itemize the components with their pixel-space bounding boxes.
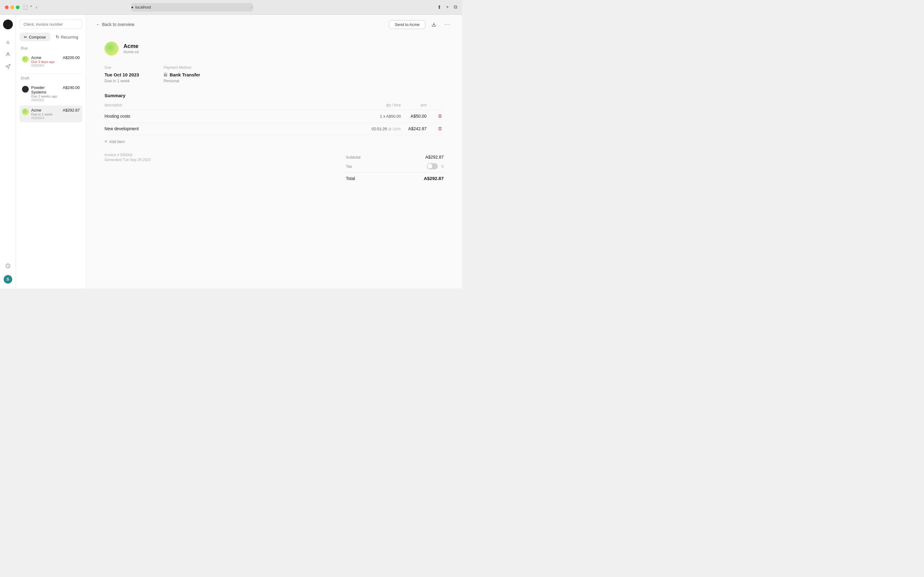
download-button[interactable] (429, 19, 439, 29)
subtotal-label: Subtotal (346, 155, 361, 160)
more-options-button[interactable]: ··· (443, 19, 452, 29)
invoice-amount: A$292.87 (63, 108, 80, 113)
address-text: localhost (135, 5, 151, 10)
back-arrow-icon: ← (96, 22, 100, 27)
due-block: Due Tue Oct 10 2023 Due in 1 week (105, 65, 139, 83)
col-amt-header: amt (406, 103, 436, 107)
subtotal-value: A$292.87 (425, 155, 444, 160)
sidebar: ✏ Compose ↻ Recurring Due Acme Due 3 day… (16, 15, 86, 288)
svg-marker-1 (6, 64, 10, 69)
summary-section: Summary description qty / time amt Hosti… (105, 93, 444, 148)
invoice-client-name: Acme (31, 55, 60, 60)
address-bar[interactable]: ● localhost ··· (131, 3, 253, 11)
avatar (22, 56, 29, 63)
totals-section: Subtotal A$292.87 Tax 0 Total (346, 153, 444, 183)
invoice-info: Acme Due 3 days ago #000004 (31, 55, 60, 67)
compose-icon: ✏ (24, 35, 27, 39)
favicon: ● (131, 5, 134, 10)
list-item[interactable]: Acme Due in 1 week #000004 A$292.87 (19, 105, 82, 122)
add-icon: + (105, 139, 107, 144)
recurring-icon: ↻ (56, 34, 60, 40)
tax-toggle-knob (427, 164, 432, 169)
item-amount: A$242.87 (406, 126, 436, 131)
browser-back-button[interactable]: ‹ (36, 5, 37, 10)
delete-item-button[interactable] (436, 114, 444, 118)
due-date: Tue Oct 10 2023 (105, 72, 139, 77)
main-content: ← Back to overview Send to Acme ··· (86, 15, 462, 288)
minimize-button[interactable] (10, 5, 14, 9)
invoice-client-name: Powder Systems (31, 85, 60, 94)
payment-personal: Personal (163, 79, 200, 83)
avatar (22, 108, 29, 115)
add-item-button[interactable]: + Add item (105, 135, 444, 148)
client-header: Acme Acme.co (105, 42, 444, 56)
tax-right: 0 (427, 163, 444, 169)
total-value: A$292.87 (424, 176, 444, 181)
sidebar-tabs: ✏ Compose ↻ Recurring (19, 33, 82, 41)
icon-bar: ⌂ S (0, 15, 16, 288)
invoice-client-name: Acme (31, 108, 60, 113)
client-name: Acme (124, 43, 139, 50)
subtotal-row: Subtotal A$292.87 (346, 153, 444, 161)
info-row: Due Tue Oct 10 2023 Due in 1 week Paymen… (105, 65, 444, 83)
list-item[interactable]: Acme Due 3 days ago #000004 A$200.00 (19, 53, 82, 70)
invoice-footer-row: Invoice # 000004 Generated Tue Sep 26 20… (105, 153, 444, 183)
summary-header: description qty / time amt (105, 103, 444, 110)
delete-item-button[interactable] (436, 127, 444, 131)
tax-label: Tax (346, 164, 352, 169)
invoice-amount: A$200.00 (63, 55, 80, 60)
traffic-lights (5, 5, 19, 9)
due-relative: Due in 1 week (105, 79, 139, 83)
browser-right-icons: ⬆ + ⧉ (437, 4, 457, 10)
nav-clock-icon[interactable] (2, 260, 13, 271)
app-layout: ⌂ S ✏ Compose (0, 15, 462, 288)
invoice-number: #000004 (31, 116, 60, 120)
invoice-due-overdue: Due 3 days ago (31, 60, 60, 64)
browser-sidebar-toggle[interactable]: ⬚ ▾ (23, 4, 32, 10)
invoice-due-normal: Due 2 weeks ago (31, 94, 60, 98)
new-tab-icon[interactable]: + (446, 4, 449, 10)
due-label: Due (105, 65, 139, 70)
invoice-amount: A$240.00 (63, 85, 80, 90)
invoice-info: Acme Due in 1 week #000004 (31, 108, 60, 120)
close-button[interactable] (5, 5, 8, 9)
main-header: ← Back to overview Send to Acme ··· (86, 15, 462, 34)
summary-table: description qty / time amt Hosting costs… (105, 103, 444, 148)
invoice-detail: Acme Acme.co Due Tue Oct 10 2023 Due in … (86, 34, 462, 288)
item-description: New development (105, 126, 357, 131)
item-qty: 02:01:26 @ 120/h (357, 127, 406, 131)
avatar (22, 86, 29, 93)
client-avatar-large (105, 42, 119, 56)
nav-navigation-icon[interactable] (2, 61, 13, 72)
tax-value: 0 (441, 164, 444, 169)
item-amount: A$50.00 (406, 114, 436, 119)
payment-method-row: 🏛 Bank Transfer (163, 72, 200, 77)
copy-icon[interactable]: ⧉ (454, 4, 457, 10)
total-label: Total (346, 176, 355, 181)
maximize-button[interactable] (16, 5, 19, 9)
payment-method-label: Payment Method (163, 65, 200, 70)
send-to-acme-button[interactable]: Send to Acme (389, 20, 425, 29)
summary-title: Summary (105, 93, 444, 98)
user-avatar[interactable]: S (4, 275, 12, 284)
nav-users-icon[interactable] (2, 49, 13, 60)
section-due-label: Due (19, 46, 82, 50)
tab-compose[interactable]: ✏ Compose (19, 33, 50, 41)
invoice-meta: Invoice # 000004 Generated Tue Sep 26 20… (105, 153, 334, 163)
share-icon[interactable]: ⬆ (437, 4, 441, 10)
invoice-meta-generated: Generated Tue Sep 26 2023 (105, 158, 334, 162)
section-divider (19, 73, 82, 74)
table-row: New development 02:01:26 @ 120/h A$242.8… (105, 122, 444, 135)
nav-home-icon[interactable]: ⌂ (2, 37, 13, 48)
tab-recurring[interactable]: ↻ Recurring (52, 33, 82, 41)
back-to-overview-button[interactable]: ← Back to overview (96, 21, 134, 28)
client-website: Acme.co (124, 50, 139, 54)
tax-toggle[interactable] (427, 163, 438, 169)
tax-row: Tax 0 (346, 161, 444, 171)
list-item[interactable]: Powder Systems Due 2 weeks ago #000002 A… (19, 83, 82, 104)
col-qty-header: qty / time (357, 103, 406, 107)
col-desc-header: description (105, 103, 357, 107)
table-row: Hosting costs 1 x A$50.00 A$50.00 (105, 110, 444, 122)
item-qty: 1 x A$50.00 (357, 114, 406, 119)
search-input[interactable] (19, 19, 82, 29)
